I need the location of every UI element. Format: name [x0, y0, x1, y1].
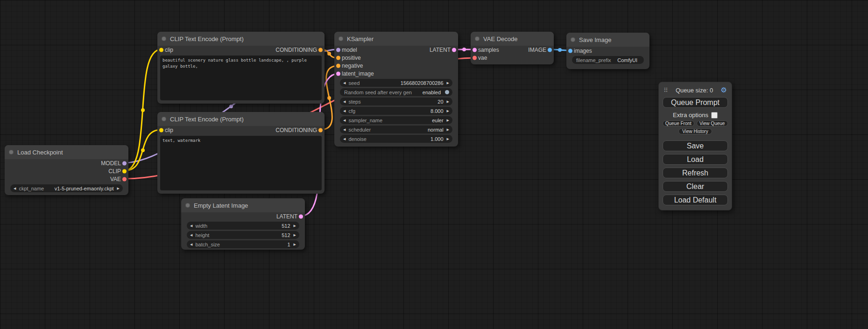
- widget-sampler-name[interactable]: sampler_name euler: [340, 116, 452, 124]
- extra-options-checkbox[interactable]: [711, 112, 718, 119]
- node-title: KSampler: [347, 35, 374, 42]
- node-ksampler[interactable]: KSampler model LATENT positive negative …: [334, 32, 458, 147]
- view-history-button[interactable]: View History: [678, 128, 712, 134]
- input-port-images[interactable]: [568, 49, 572, 53]
- input-port-model[interactable]: [336, 48, 340, 52]
- load-button[interactable]: Load: [663, 154, 728, 165]
- input-port-clip[interactable]: [159, 128, 163, 132]
- increment-arrow-icon[interactable]: [447, 100, 449, 103]
- node-title-bar[interactable]: CLIP Text Encode (Prompt): [157, 112, 325, 126]
- output-port-conditioning[interactable]: [318, 48, 323, 52]
- extra-options-row: Extra options: [663, 112, 728, 119]
- node-save-image[interactable]: Save Image images filename_prefix ComfyU…: [566, 33, 649, 69]
- collapse-dot[interactable]: [339, 36, 343, 41]
- next-value-arrow-icon[interactable]: [117, 187, 120, 190]
- slot-row: negative: [334, 62, 458, 70]
- node-title-bar[interactable]: CLIP Text Encode (Prompt): [157, 32, 325, 46]
- node-load-checkpoint[interactable]: Load Checkpoint MODEL CLIP VAE ckpt_name…: [5, 145, 128, 195]
- output-port-model[interactable]: [122, 161, 127, 165]
- widget-scheduler[interactable]: scheduler normal: [340, 126, 452, 133]
- widget-seed[interactable]: seed 156680208700286: [340, 79, 452, 87]
- clear-button[interactable]: Clear: [663, 181, 728, 192]
- widget-label: width: [195, 223, 207, 229]
- prev-value-arrow-icon[interactable]: [343, 119, 346, 122]
- node-title-bar[interactable]: Load Checkpoint: [5, 145, 128, 159]
- toggle-indicator[interactable]: [445, 90, 449, 94]
- widget-steps[interactable]: steps 20: [340, 98, 452, 105]
- widget-random-seed-toggle[interactable]: Random seed after every gen enabled: [340, 88, 452, 96]
- widget-ckpt-name[interactable]: ckpt_name v1-5-pruned-emaonly.ckpt: [10, 184, 123, 192]
- widget-value: 1: [287, 242, 290, 247]
- widget-cfg[interactable]: cfg 8.000: [340, 107, 452, 115]
- decrement-arrow-icon[interactable]: [343, 100, 346, 103]
- widget-filename-prefix[interactable]: filename_prefix ComfyUI: [572, 56, 644, 64]
- drag-handle-icon[interactable]: [663, 87, 668, 94]
- collapse-dot[interactable]: [475, 36, 480, 41]
- output-port-latent[interactable]: [452, 48, 456, 52]
- node-clip-text-encode-negative[interactable]: CLIP Text Encode (Prompt) clip CONDITION…: [157, 112, 325, 194]
- decrement-arrow-icon[interactable]: [190, 233, 192, 237]
- view-queue-button[interactable]: View Queue: [697, 120, 728, 126]
- refresh-button[interactable]: Refresh: [663, 168, 728, 178]
- next-value-arrow-icon[interactable]: [447, 128, 449, 131]
- node-clip-text-encode-positive[interactable]: CLIP Text Encode (Prompt) clip CONDITION…: [157, 32, 325, 104]
- load-default-button[interactable]: Load Default: [663, 195, 728, 205]
- queue-front-button[interactable]: Queue Front: [663, 120, 694, 126]
- node-title-bar[interactable]: Save Image: [566, 33, 649, 47]
- input-port-latent-image[interactable]: [336, 71, 340, 76]
- queue-prompt-button[interactable]: Queue Prompt: [663, 97, 728, 108]
- prompt-text-area[interactable]: beautiful scenery nature glass bottle la…: [160, 56, 322, 100]
- collapse-dot[interactable]: [185, 203, 190, 208]
- input-port-clip[interactable]: [159, 48, 163, 52]
- increment-arrow-icon[interactable]: [447, 81, 449, 84]
- next-value-arrow-icon[interactable]: [447, 119, 449, 122]
- node-title-bar[interactable]: Empty Latent Image: [181, 198, 305, 212]
- output-port-image[interactable]: [548, 48, 552, 52]
- widget-batch-size[interactable]: batch_size 1: [187, 240, 299, 248]
- queue-buttons-row: Queue Front View Queue: [663, 120, 728, 126]
- collapse-dot[interactable]: [162, 36, 166, 41]
- slot-row: clip CONDITIONING: [157, 46, 325, 54]
- output-label-conditioning: CONDITIONING: [275, 127, 317, 133]
- input-port-positive[interactable]: [336, 56, 340, 60]
- increment-arrow-icon[interactable]: [294, 233, 296, 237]
- widget-value: v1-5-pruned-emaonly.ckpt: [55, 186, 114, 191]
- input-port-negative[interactable]: [336, 63, 340, 68]
- prompt-text-area[interactable]: text, watermark: [160, 136, 322, 190]
- node-graph-canvas[interactable]: Load Checkpoint MODEL CLIP VAE ckpt_name…: [0, 0, 868, 329]
- output-port-clip[interactable]: [122, 169, 127, 173]
- save-button[interactable]: Save: [663, 140, 728, 151]
- settings-gear-icon[interactable]: [721, 86, 727, 94]
- node-vae-decode[interactable]: VAE Decode samples IMAGE vae: [471, 32, 554, 64]
- collapse-dot[interactable]: [9, 150, 14, 154]
- widget-value: 512: [282, 223, 290, 229]
- increment-arrow-icon[interactable]: [294, 224, 296, 227]
- widget-height[interactable]: height 512: [187, 231, 299, 239]
- input-port-samples[interactable]: [473, 48, 477, 52]
- decrement-arrow-icon[interactable]: [190, 224, 192, 227]
- increment-arrow-icon[interactable]: [294, 243, 296, 246]
- decrement-arrow-icon[interactable]: [190, 243, 192, 246]
- node-empty-latent-image[interactable]: Empty Latent Image LATENT width 512 heig…: [181, 198, 305, 250]
- collapse-dot[interactable]: [162, 117, 166, 121]
- slot-row: model LATENT: [334, 46, 458, 54]
- node-title: Save Image: [579, 36, 611, 43]
- increment-arrow-icon[interactable]: [447, 109, 449, 112]
- widget-denoise[interactable]: denoise 1.000: [340, 135, 452, 143]
- output-port-latent[interactable]: [299, 214, 303, 218]
- node-title-bar[interactable]: KSampler: [334, 32, 458, 46]
- output-port-vae[interactable]: [122, 177, 127, 181]
- increment-arrow-icon[interactable]: [447, 137, 449, 140]
- collapse-dot[interactable]: [571, 37, 575, 42]
- decrement-arrow-icon[interactable]: [343, 81, 346, 84]
- decrement-arrow-icon[interactable]: [343, 109, 346, 112]
- decrement-arrow-icon[interactable]: [343, 137, 346, 140]
- node-title-bar[interactable]: VAE Decode: [471, 32, 554, 46]
- output-port-conditioning[interactable]: [318, 128, 323, 132]
- prev-value-arrow-icon[interactable]: [343, 128, 346, 131]
- prev-value-arrow-icon[interactable]: [14, 187, 16, 190]
- widget-label: height: [195, 232, 209, 238]
- input-port-vae[interactable]: [473, 56, 477, 60]
- widget-width[interactable]: width 512: [187, 222, 299, 230]
- input-label-positive: positive: [342, 55, 361, 61]
